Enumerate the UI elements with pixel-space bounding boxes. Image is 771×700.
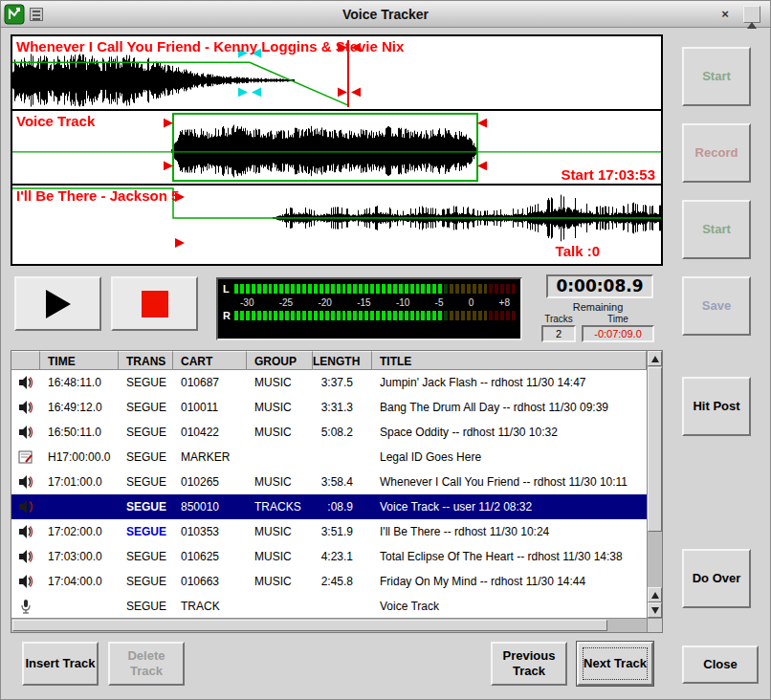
close-button[interactable]: Close	[682, 645, 759, 684]
cell-trans: SEGUE	[119, 426, 173, 439]
log-row[interactable]: 16:50:11.0SEGUE010422MUSIC5:08.2Space Od…	[11, 420, 647, 445]
log-row[interactable]: H17:00:00.0SEGUEMARKERLegal ID Goes Here	[11, 445, 647, 470]
record-button[interactable]: Record	[682, 123, 751, 183]
cell-trans: SEGUE	[119, 500, 173, 514]
meter-right-label: R	[223, 310, 234, 321]
waveform-track-2[interactable]: Voice Track Start 17:03:53	[12, 111, 661, 186]
audio-level-meter: L -30-25-20-15-10-50+8 R	[216, 277, 522, 340]
start-next-button[interactable]: Start	[682, 200, 751, 259]
cell-trans: SEGUE	[119, 475, 173, 489]
log-row[interactable]: SEGUETRACKVoice Track	[11, 594, 647, 618]
talk-marker[interactable]	[238, 88, 248, 98]
cell-length: 3:51.9	[313, 525, 372, 538]
log-row[interactable]: 17:04:00.0SEGUE010663MUSIC2:45.8Friday O…	[11, 569, 647, 594]
start-previous-button[interactable]: Start	[682, 47, 751, 106]
log-table: TIMETRANSCARTGROUPLENGTHTITLE 16:48:11.0…	[11, 350, 663, 633]
vertical-scrollbar[interactable]	[647, 351, 662, 618]
column-header-length[interactable]: LENGTH	[313, 351, 372, 370]
meter-segment	[461, 284, 465, 294]
column-header-cart[interactable]: CART	[173, 351, 247, 370]
remaining-panel: Remaining Tracks 2 Time -0:07:09.0	[533, 301, 663, 342]
cell-cart: 010625	[173, 550, 247, 563]
column-header-time[interactable]: TIME	[40, 351, 119, 370]
meter-segment	[331, 311, 335, 320]
close-icon[interactable]: ×	[716, 6, 734, 23]
shade-icon[interactable]	[743, 6, 760, 23]
meter-segment	[234, 284, 238, 294]
column-header-trans[interactable]: TRANS	[119, 351, 173, 370]
end-marker[interactable]	[477, 162, 487, 171]
meter-segment	[234, 311, 238, 320]
column-header-title[interactable]: TITLE	[372, 351, 647, 370]
horizontal-scrollbar-thumb[interactable]	[12, 620, 607, 631]
column-header-group[interactable]: GROUP	[247, 351, 313, 370]
log-row[interactable]: 17:01:00.0SEGUE010265MUSIC3:58.4Whenever…	[11, 470, 647, 494]
log-row[interactable]: 17:03:00.0SEGUE010625MUSIC4:23.1Total Ec…	[11, 544, 647, 569]
cell-title: Space Oddity -- rdhost 11/30 10:32	[372, 426, 647, 439]
meter-segment	[484, 284, 488, 294]
stop-button[interactable]	[111, 276, 198, 331]
start-marker[interactable]	[164, 119, 173, 128]
cell-title: Voice Track	[372, 600, 647, 613]
meter-segment	[416, 284, 420, 294]
scroll-up-button[interactable]	[648, 351, 662, 366]
start-marker[interactable]	[164, 162, 173, 171]
talk-marker[interactable]	[252, 88, 261, 98]
play-button[interactable]	[14, 276, 101, 331]
cell-title: Legal ID Goes Here	[372, 450, 647, 464]
log-row[interactable]: 16:48:11.0SEGUE010687MUSIC3:37.5Jumpin' …	[11, 370, 647, 395]
next-track-button[interactable]: Next Track	[577, 642, 653, 686]
meter-segment	[279, 284, 283, 294]
cell-time: 16:50:11.0	[40, 426, 119, 439]
hit-post-button[interactable]: Hit Post	[682, 377, 751, 436]
log-row[interactable]: 17:02:00.0SEGUE010353MUSIC3:51.9I'll Be …	[11, 519, 647, 544]
meter-segment	[342, 284, 346, 294]
cell-cart: 010687	[173, 376, 247, 389]
meter-segment	[308, 311, 312, 320]
meter-segment	[500, 311, 504, 320]
waveform-track-1[interactable]: Whenever I Call You Friend - Kenny Loggi…	[12, 36, 661, 111]
end-marker[interactable]	[477, 119, 487, 128]
insert-track-button[interactable]: Insert Track	[22, 642, 99, 686]
end-marker[interactable]	[351, 88, 361, 98]
do-over-button[interactable]: Do Over	[682, 549, 751, 608]
scroll-up-button-2[interactable]	[648, 587, 662, 602]
start-marker[interactable]	[175, 238, 185, 248]
previous-track-button[interactable]: Previous Track	[491, 642, 567, 686]
meter-segment	[455, 311, 459, 320]
meter-segment	[438, 311, 442, 320]
column-header-icon[interactable]	[11, 351, 40, 370]
meter-segment	[252, 311, 255, 320]
waveform-track-3[interactable]: I'll Be There - Jackson 5 Talk :0	[12, 186, 661, 260]
horizontal-scrollbar[interactable]	[11, 618, 647, 632]
log-row[interactable]: SEGUE850010TRACKS:08.9Voice Track -- use…	[11, 494, 647, 519]
stop-icon	[142, 291, 168, 317]
meter-segment	[489, 284, 493, 294]
voice-tracker-window: Voice Tracker × Whenever I Call You Frie…	[0, 0, 771, 700]
titlebar[interactable]: Voice Tracker ×	[1, 1, 770, 28]
fade-line[interactable]	[12, 62, 348, 105]
end-marker[interactable]	[338, 88, 347, 98]
meter-segment	[257, 311, 261, 320]
meter-segment	[337, 311, 341, 320]
meter-scale-label: -5	[435, 297, 444, 309]
vertical-scrollbar-thumb[interactable]	[648, 367, 662, 532]
meter-segment	[473, 311, 476, 320]
meter-segment	[444, 311, 448, 320]
save-button[interactable]: Save	[682, 276, 751, 336]
meter-segment	[291, 284, 295, 294]
speaker-icon	[11, 400, 40, 415]
log-row[interactable]: 16:49:12.0SEGUE010011MUSIC3:31.3Bang The…	[11, 395, 647, 420]
meter-segment	[405, 311, 408, 320]
log-table-header: TIMETRANSCARTGROUPLENGTHTITLE	[11, 351, 647, 370]
cell-time: 16:48:11.0	[40, 376, 119, 389]
cell-title: Total Eclipse Of The Heart -- rdhost 11/…	[372, 550, 647, 563]
log-table-body: 16:48:11.0SEGUE010687MUSIC3:37.5Jumpin' …	[11, 370, 647, 618]
meter-segment	[347, 311, 351, 320]
track-region-box[interactable]	[173, 114, 477, 181]
scroll-down-button[interactable]	[648, 602, 662, 618]
delete-track-button[interactable]: Delete Track	[108, 642, 185, 686]
meter-segment	[421, 311, 425, 320]
meter-scale-label: +8	[499, 297, 510, 309]
arrow-down-icon	[651, 607, 659, 614]
